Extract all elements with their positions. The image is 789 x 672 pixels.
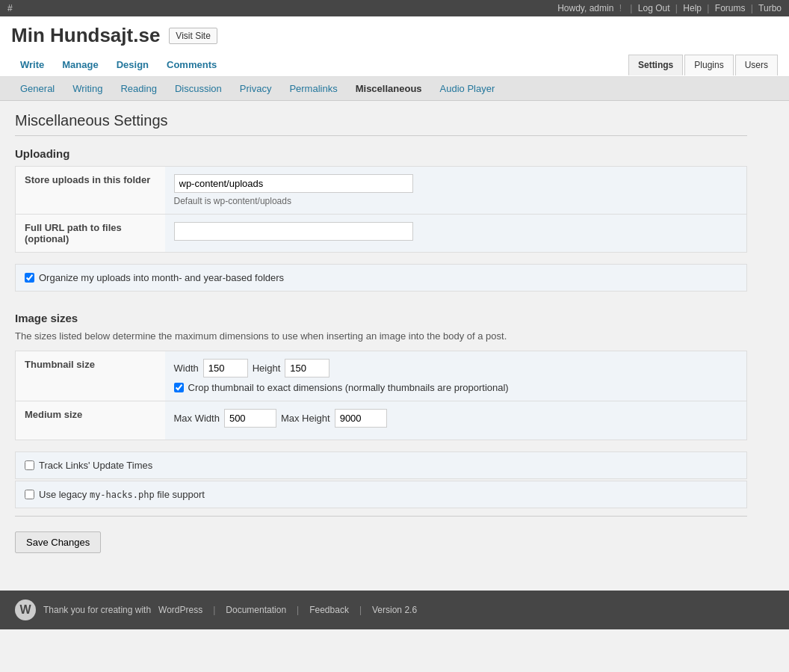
thumb-width-label: Width — [174, 363, 199, 374]
track-links-row: Track Links' Update Times — [16, 452, 746, 478]
medium-max-height-label: Max Height — [281, 413, 330, 424]
subnav-reading[interactable]: Reading — [111, 77, 165, 100]
medium-size-row: Medium size Max Width Max Height — [16, 401, 747, 440]
main-nav-right: Settings Plugins Users — [628, 55, 778, 75]
subnav-permalinks[interactable]: Permalinks — [280, 77, 346, 100]
store-uploads-default: Default is wp-content/uploads — [174, 196, 738, 206]
image-sizes-table: Thumbnail size Width Height Crop thumbna… — [15, 351, 747, 440]
thumb-height-input[interactable] — [285, 359, 329, 377]
turbo-link[interactable]: Turbo — [758, 3, 782, 13]
forums-link[interactable]: Forums — [715, 3, 746, 13]
header: Min Hundsajt.se Visit Site Write Manage … — [0, 16, 789, 77]
username-link[interactable]: admin — [590, 3, 614, 13]
nav-manage[interactable]: Manage — [53, 53, 107, 76]
organize-uploads-checkbox[interactable] — [25, 273, 34, 283]
legacy-hacks-checkbox[interactable] — [25, 490, 34, 499]
admin-bar: # Howdy, admin ! | Log Out | Help | Foru… — [0, 0, 789, 16]
subnav-audio-player[interactable]: Audio Player — [431, 77, 504, 100]
help-link[interactable]: Help — [683, 3, 702, 13]
documentation-link[interactable]: Documentation — [226, 605, 286, 615]
plugins-button[interactable]: Plugins — [684, 55, 733, 75]
logout-link[interactable]: Log Out — [638, 3, 670, 13]
legacy-hacks-label: Use legacy my-hacks.php file support — [39, 489, 205, 500]
full-url-row: Full URL path to files (optional) — [16, 215, 747, 253]
full-url-value-cell — [165, 215, 747, 253]
thumbnail-row: Thumbnail size Width Height Crop thumbna… — [16, 351, 747, 401]
uploading-section-heading: Uploading — [15, 147, 747, 160]
full-url-input[interactable] — [174, 222, 413, 241]
image-sizes-description: The sizes listed below determine the max… — [15, 330, 747, 342]
legacy-hacks-code: my-hacks.php — [90, 490, 155, 500]
uploading-table: Store uploads in this folder Default is … — [15, 166, 747, 253]
page-title: Miscellaneous Settings — [15, 112, 747, 136]
users-button[interactable]: Users — [735, 55, 778, 75]
subnav-writing[interactable]: Writing — [64, 77, 111, 100]
save-changes-button[interactable]: Save Changes — [15, 531, 101, 553]
nav-design[interactable]: Design — [108, 53, 158, 76]
medium-max-height-input[interactable] — [335, 409, 387, 428]
store-uploads-value-cell: Default is wp-content/uploads — [165, 167, 747, 215]
medium-label: Medium size — [16, 401, 165, 440]
subnav-discussion[interactable]: Discussion — [166, 77, 231, 100]
full-url-label: Full URL path to files (optional) — [16, 215, 165, 253]
nav-write[interactable]: Write — [11, 53, 53, 76]
crop-thumbnail-checkbox[interactable] — [174, 383, 184, 392]
medium-value-cell: Max Width Max Height — [165, 401, 747, 440]
track-links-label: Track Links' Update Times — [39, 460, 152, 471]
organize-uploads-row: Organize my uploads into month- and year… — [16, 265, 746, 291]
image-sizes-section-heading: Image sizes — [15, 312, 747, 324]
organize-uploads-label: Organize my uploads into month- and year… — [39, 272, 284, 283]
howdy-text: Howdy, — [557, 3, 587, 13]
medium-max-width-label: Max Width — [174, 413, 220, 424]
version-text: Version 2.6 — [372, 605, 417, 615]
footer: W Thank you for creating with WordPress … — [0, 591, 789, 629]
footer-thank-you: Thank you for creating with — [43, 605, 151, 615]
wordpress-link[interactable]: WordPress — [158, 605, 202, 615]
visit-site-button[interactable]: Visit Site — [169, 28, 217, 44]
legacy-hacks-wrapper: Use legacy my-hacks.php file support — [15, 481, 747, 508]
medium-size-inputs: Max Width Max Height — [174, 409, 738, 428]
store-uploads-label: Store uploads in this folder — [16, 167, 165, 215]
sub-nav: General Writing Reading Discussion Priva… — [0, 77, 789, 101]
store-uploads-input[interactable] — [174, 174, 413, 193]
thumbnail-label: Thumbnail size — [16, 351, 165, 401]
feedback-link[interactable]: Feedback — [309, 605, 349, 615]
track-links-wrapper: Track Links' Update Times — [15, 451, 747, 479]
dashboard-link[interactable]: # — [7, 3, 13, 13]
track-links-checkbox[interactable] — [25, 460, 34, 470]
legacy-hacks-row: Use legacy my-hacks.php file support — [16, 481, 746, 508]
nav-comments[interactable]: Comments — [158, 53, 226, 76]
admin-bar-right: Howdy, admin ! | Log Out | Help | Forums… — [557, 3, 782, 13]
subnav-general[interactable]: General — [11, 77, 64, 100]
crop-thumbnail-label: Crop thumbnail to exact dimensions (norm… — [188, 382, 509, 393]
content: Miscellaneous Settings Uploading Store u… — [0, 101, 762, 576]
thumb-height-label: Height — [253, 363, 281, 374]
main-nav: Write Manage Design Comments Settings Pl… — [11, 53, 778, 76]
thumb-width-input[interactable] — [203, 359, 248, 377]
thumbnail-size-row: Width Height — [174, 359, 738, 377]
store-uploads-row: Store uploads in this folder Default is … — [16, 167, 747, 215]
main-nav-left: Write Manage Design Comments — [11, 53, 226, 76]
settings-button[interactable]: Settings — [628, 55, 683, 75]
subnav-miscellaneous[interactable]: Miscellaneous — [347, 77, 431, 100]
site-title: Min Hundsajt.se — [11, 24, 160, 47]
subnav-privacy[interactable]: Privacy — [231, 77, 281, 100]
organize-uploads-wrapper: Organize my uploads into month- and year… — [15, 264, 747, 292]
wordpress-logo: W — [15, 599, 36, 620]
site-title-row: Min Hundsajt.se Visit Site — [11, 24, 778, 47]
thumbnail-value-cell: Width Height Crop thumbnail to exact dim… — [165, 351, 747, 401]
medium-max-width-input[interactable] — [224, 409, 276, 428]
